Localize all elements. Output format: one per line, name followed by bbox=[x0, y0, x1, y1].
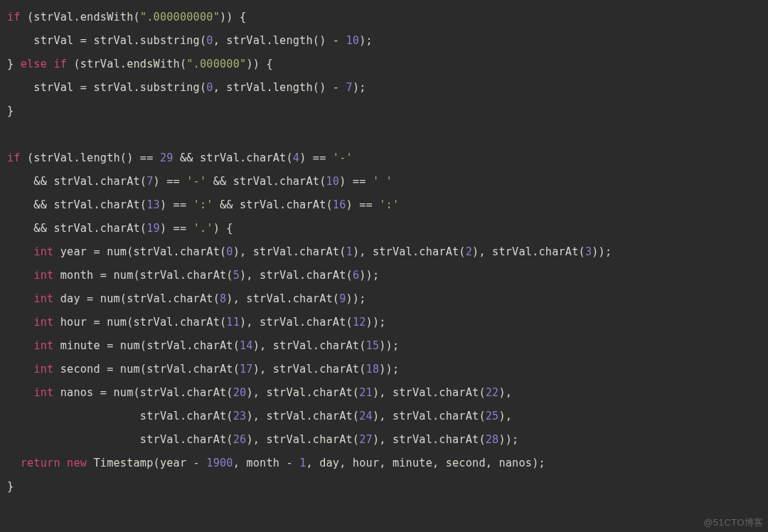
code-token-pun: && strVal.charAt( bbox=[213, 198, 333, 211]
code-token-num: 0 bbox=[226, 245, 233, 258]
code-token-pun: day = num(strVal.charAt( bbox=[53, 292, 220, 305]
code-token-pun: , month - bbox=[233, 457, 299, 469]
code-token-pun: ) == bbox=[160, 222, 193, 235]
code-token-num: 29 bbox=[160, 151, 174, 164]
code-token-pun: strVal = strVal.substring( bbox=[7, 81, 206, 94]
code-token-pun: ), strVal.charAt( bbox=[253, 363, 366, 376]
code-token-pun: && strVal.charAt( bbox=[7, 222, 146, 235]
code-token-num: 17 bbox=[240, 363, 253, 376]
code-token-num: 1900 bbox=[206, 457, 233, 469]
code-token-pun: (strVal.endsWith( bbox=[67, 58, 186, 70]
code-token-num: 10 bbox=[326, 175, 340, 188]
code-token-pun: && strVal.charAt( bbox=[174, 151, 293, 164]
code-token-kw: if bbox=[7, 151, 21, 164]
code-token-pun bbox=[7, 292, 33, 305]
code-token-chr: '.' bbox=[193, 222, 213, 235]
code-token-pun: )) { bbox=[246, 58, 272, 70]
code-token-pun: ), strVal.charAt( bbox=[373, 433, 486, 446]
code-token-pun: ) { bbox=[213, 222, 233, 235]
code-token-pun: month = num(strVal.charAt( bbox=[53, 269, 233, 282]
code-token-num: 16 bbox=[333, 198, 346, 211]
code-token-pun: )) { bbox=[220, 11, 246, 23]
code-token-kw: int bbox=[33, 292, 53, 305]
code-token-chr: ':' bbox=[379, 198, 399, 211]
code-token-pun: ), strVal.charAt( bbox=[240, 316, 353, 329]
code-token-num: 23 bbox=[233, 410, 247, 422]
code-token-pun: ), strVal.charAt( bbox=[233, 245, 346, 258]
code-token-num: 5 bbox=[233, 269, 240, 282]
code-token-num: 9 bbox=[339, 292, 346, 305]
code-token-pun: && strVal.charAt( bbox=[7, 175, 146, 188]
code-token-num: 14 bbox=[240, 339, 253, 352]
code-token-chr: '-' bbox=[186, 175, 206, 188]
code-token-pun: ) == bbox=[154, 175, 187, 188]
code-token-pun bbox=[7, 457, 21, 469]
code-token-num: 8 bbox=[220, 292, 226, 305]
code-token-pun: )); bbox=[366, 316, 386, 329]
code-token-pun: ); bbox=[359, 34, 373, 47]
code-token-pun: (strVal.endsWith( bbox=[21, 11, 140, 23]
code-token-pun: )); bbox=[592, 245, 612, 258]
code-token-pun: ) == bbox=[160, 198, 193, 211]
code-token-pun: ) == bbox=[346, 198, 380, 211]
code-token-pun: )); bbox=[346, 292, 366, 305]
code-token-num: 7 bbox=[346, 81, 353, 94]
code-token-pun: , strVal.length() - bbox=[213, 34, 346, 47]
code-token-pun: ), strVal.charAt( bbox=[246, 433, 359, 446]
code-token-num: 1 bbox=[346, 245, 353, 258]
code-token-num: 11 bbox=[226, 316, 240, 329]
code-token-kw: if bbox=[53, 58, 67, 70]
code-token-kw: if bbox=[7, 11, 21, 23]
code-token-num: 4 bbox=[293, 151, 299, 164]
code-token-num: 25 bbox=[486, 410, 499, 422]
code-token-num: 13 bbox=[146, 198, 160, 211]
code-token-pun: nanos = num(strVal.charAt( bbox=[53, 386, 233, 399]
code-token-pun: )); bbox=[359, 269, 379, 282]
code-token-num: 6 bbox=[353, 269, 359, 282]
code-token-pun: && strVal.charAt( bbox=[7, 198, 146, 211]
code-token-num: 0 bbox=[206, 34, 213, 47]
code-token-pun: ); bbox=[353, 81, 366, 94]
code-block: if (strVal.endsWith(".000000000")) { str… bbox=[0, 0, 768, 504]
code-token-num: 12 bbox=[353, 316, 366, 329]
code-token-pun: strVal.charAt( bbox=[7, 433, 233, 446]
code-token-pun: ), strVal.charAt( bbox=[373, 410, 486, 422]
code-token-pun: ), strVal.charAt( bbox=[472, 245, 585, 258]
code-token-pun: ), strVal.charAt( bbox=[246, 410, 359, 422]
code-token-pun: } bbox=[7, 105, 14, 117]
code-token-pun bbox=[7, 363, 33, 376]
code-token-kw: int bbox=[33, 269, 53, 282]
code-token-chr: '-' bbox=[333, 151, 353, 164]
code-token-num: 15 bbox=[366, 339, 380, 352]
code-token-pun: )); bbox=[498, 433, 518, 446]
code-token-pun: ) == bbox=[339, 175, 373, 188]
code-token-pun bbox=[7, 339, 33, 352]
code-token-pun: ), strVal.charAt( bbox=[373, 386, 486, 399]
code-token-num: 19 bbox=[146, 222, 160, 235]
code-token-pun: } bbox=[7, 58, 21, 70]
code-token-num: 2 bbox=[466, 245, 472, 258]
code-token-num: 26 bbox=[233, 433, 247, 446]
code-token-num: 20 bbox=[233, 386, 247, 399]
code-token-kw: else bbox=[21, 58, 47, 70]
code-token-pun: ), strVal.charAt( bbox=[226, 292, 339, 305]
code-token-pun: ), strVal.charAt( bbox=[353, 245, 466, 258]
code-token-kw: int bbox=[33, 363, 53, 376]
code-token-pun: , day, hour, minute, second, nanos); bbox=[306, 457, 545, 469]
code-token-pun: ), bbox=[498, 410, 512, 422]
code-token-pun: Timestamp(year - bbox=[87, 457, 206, 469]
code-token-pun bbox=[7, 386, 33, 399]
code-token-pun: year = num(strVal.charAt( bbox=[53, 245, 226, 258]
code-token-pun: hour = num(strVal.charAt( bbox=[53, 316, 226, 329]
code-token-str: ".000000" bbox=[186, 58, 246, 70]
code-token-pun bbox=[7, 245, 33, 258]
code-token-kw: int bbox=[33, 245, 53, 258]
code-token-pun: } bbox=[7, 480, 14, 493]
code-token-pun bbox=[47, 58, 53, 70]
code-token-pun: ) == bbox=[299, 151, 333, 164]
watermark-label: @51CTO博客 bbox=[703, 516, 764, 529]
code-token-pun: second = num(strVal.charAt( bbox=[53, 363, 240, 376]
code-token-kw: int bbox=[33, 339, 53, 352]
code-token-num: 22 bbox=[486, 386, 499, 399]
code-token-pun: )); bbox=[379, 363, 399, 376]
